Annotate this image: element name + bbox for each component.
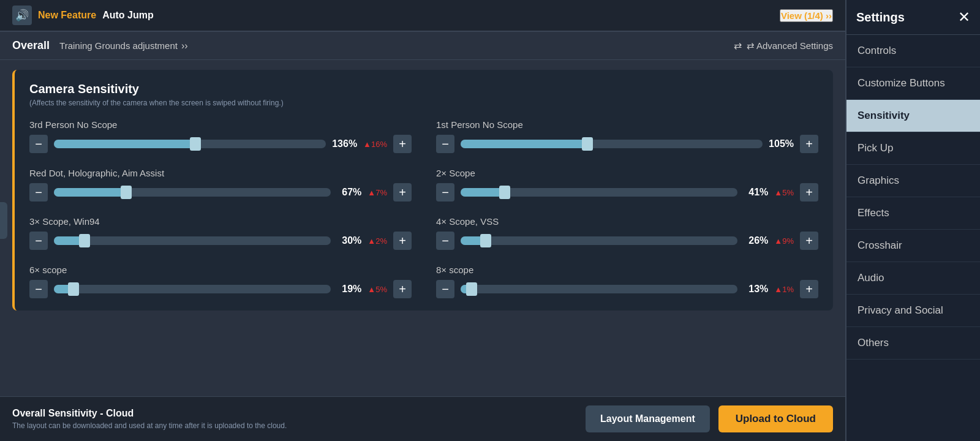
upload-cloud-button[interactable]: Upload to Cloud [718,405,833,432]
slider-track-container-3[interactable] [461,184,737,201]
layout-management-button[interactable]: Layout Management [586,405,710,432]
card-subtitle: (Affects the sensitivity of the camera w… [29,99,818,107]
sidebar-item-pick-up[interactable]: Pick Up [846,132,980,165]
sensitivity-label-0: 3rd Person No Scope [29,119,412,130]
slider-track-6 [54,285,331,293]
slider-row-6: −19%▲5%+ [29,280,412,298]
slider-plus-2[interactable]: + [393,183,412,202]
slider-thumb-3[interactable] [499,186,510,199]
slider-thumb-1[interactable] [582,137,593,151]
advanced-settings-label: ⇄ Advanced Settings [747,40,833,51]
cloud-title: Overall Sensitivity - Cloud [12,408,287,419]
slider-value-0: 136% [332,138,357,149]
sidebar-item-crosshair[interactable]: Crosshair [846,230,980,262]
slider-value-6: 19% [337,284,361,295]
nav-right[interactable]: ⇄ ⇄ Advanced Settings [734,40,833,51]
slider-thumb-4[interactable] [79,234,90,247]
slider-track-container-5[interactable] [461,232,737,249]
sensitivity-item-2: Red Dot, Holographic, Aim Assist−67%▲7%+ [29,168,412,202]
slider-value-1: 105% [769,138,794,149]
sidebar-item-graphics[interactable]: Graphics [846,165,980,197]
sensitivity-card: Camera Sensitivity (Affects the sensitiv… [12,70,833,311]
slider-thumb-6[interactable] [68,282,79,296]
slider-minus-6[interactable]: − [29,280,48,298]
slider-track-container-4[interactable] [54,232,331,249]
slider-minus-3[interactable]: − [436,183,454,202]
change-badge-2: ▲7% [368,188,387,197]
nav-training[interactable]: Training Grounds adjustment ›› [59,40,188,51]
slider-row-0: −136%▲16%+ [29,135,412,153]
new-feature-badge: New Feature [38,10,96,21]
slider-plus-1[interactable]: + [800,135,818,153]
slider-row-7: −13%▲1%+ [436,280,818,298]
change-badge-3: ▲5% [774,188,794,197]
banner-title: Auto Jump [102,10,154,21]
sidebar-item-others[interactable]: Others [846,327,980,360]
slider-fill-3 [461,188,505,197]
sidebar-items-container: ControlsCustomize ButtonsSensitivityPick… [846,35,980,360]
slider-minus-0[interactable]: − [29,135,48,153]
bottom-buttons: Layout Management Upload to Cloud [586,405,833,432]
sidebar-item-controls[interactable]: Controls [846,35,980,67]
slider-track-3 [461,188,737,197]
slider-track-4 [54,236,331,245]
close-button[interactable]: ✕ [958,9,970,26]
slider-minus-7[interactable]: − [436,280,454,298]
slider-track-container-1[interactable] [461,135,763,153]
slider-track-container-6[interactable] [54,281,331,298]
slider-plus-4[interactable]: + [393,232,412,250]
top-banner: 🔊 New Feature Auto Jump View (1/4) ›› [0,0,845,32]
sensitivity-label-1: 1st Person No Scope [436,119,818,130]
sensitivity-label-2: Red Dot, Holographic, Aim Assist [29,168,412,178]
sensitivity-item-5: 4× Scope, VSS−26%▲9%+ [436,216,818,250]
sensitivity-label-6: 6× scope [29,265,412,275]
view-button[interactable]: View (1/4) ›› [780,9,833,22]
slider-track-container-0[interactable] [54,135,326,153]
nav-left: Overall Training Grounds adjustment ›› [12,39,188,52]
slider-thumb-2[interactable] [121,186,132,199]
slider-thumb-7[interactable] [466,282,477,296]
sensitivity-item-4: 3× Scope, Win94−30%▲2%+ [29,216,412,250]
sidebar-item-sensitivity[interactable]: Sensitivity [846,100,980,132]
sidebar-item-audio[interactable]: Audio [846,262,980,295]
slider-thumb-5[interactable] [480,234,491,247]
slider-row-1: −105%+ [436,135,818,153]
slider-thumb-0[interactable] [190,137,201,151]
sidebar-item-customize-buttons[interactable]: Customize Buttons [846,67,980,100]
slider-plus-0[interactable]: + [393,135,412,153]
slider-value-5: 26% [744,235,768,246]
slider-plus-7[interactable]: + [800,280,818,298]
slider-minus-2[interactable]: − [29,183,48,202]
slider-minus-5[interactable]: − [436,232,454,250]
slider-row-5: −26%▲9%+ [436,232,818,250]
sidebar: Settings ✕ ControlsCustomize ButtonsSens… [845,0,980,441]
slider-minus-1[interactable]: − [436,135,454,153]
nav-overall[interactable]: Overall [12,39,50,52]
sensitivity-label-5: 4× Scope, VSS [436,216,818,227]
sidebar-item-privacy-and-social[interactable]: Privacy and Social [846,295,980,327]
slider-plus-3[interactable]: + [800,183,818,202]
bottom-bar: Overall Sensitivity - Cloud The layout c… [0,396,845,441]
sensitivity-item-6: 6× scope−19%▲5%+ [29,265,412,298]
nav-arrow-icon: ›› [181,40,188,51]
advanced-icon: ⇄ [734,40,742,51]
sensitivity-label-7: 8× scope [436,265,818,275]
slider-plus-6[interactable]: + [393,280,412,298]
slider-plus-5[interactable]: + [800,232,818,250]
training-label: Training Grounds adjustment [59,40,178,51]
slider-track-container-2[interactable] [54,184,331,201]
slider-fill-0 [54,140,195,148]
sensitivity-grid: 3rd Person No Scope−136%▲16%+1st Person … [29,119,818,298]
sensitivity-item-3: 2× Scope−41%▲5%+ [436,168,818,202]
sidebar-item-effects[interactable]: Effects [846,197,980,230]
cloud-info: Overall Sensitivity - Cloud The layout c… [12,408,287,430]
slider-value-2: 67% [337,187,361,198]
nav-bar: Overall Training Grounds adjustment ›› ⇄… [0,32,845,60]
left-edge-tab[interactable] [0,202,7,239]
change-badge-0: ▲16% [363,140,387,149]
sensitivity-item-1: 1st Person No Scope−105%+ [436,119,818,153]
slider-minus-4[interactable]: − [29,232,48,250]
speaker-icon: 🔊 [12,6,32,25]
slider-fill-2 [54,188,126,197]
slider-track-container-7[interactable] [461,281,737,298]
